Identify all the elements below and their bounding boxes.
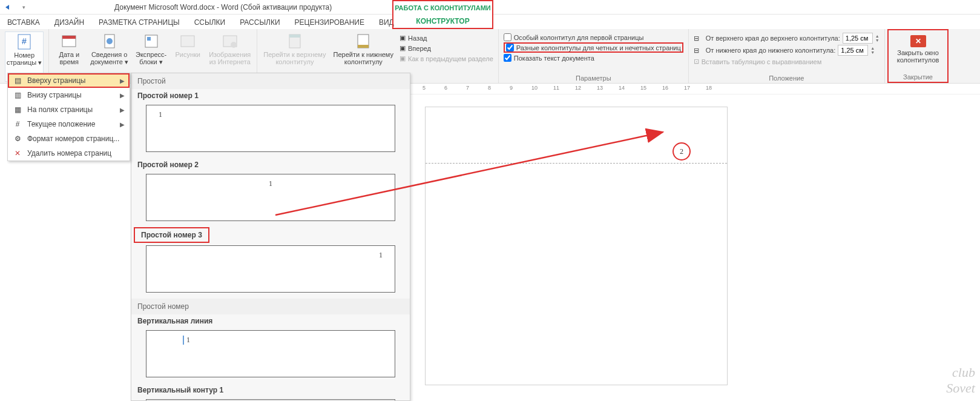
chevron-right-icon: ▶	[120, 78, 125, 84]
page-number-display: 2	[680, 147, 683, 156]
horizontal-ruler[interactable]: 5 6 7 8 9 10 11 12 13 14 15 16 17 18	[410, 84, 980, 94]
undo-icon[interactable]	[2, 1, 14, 13]
footer-from-bottom-row: ⊟ От нижнего края до нижнего колонтитула…	[694, 45, 880, 56]
gallery-item-simple-2[interactable]: 1	[146, 174, 395, 221]
ruler-tick: 9	[510, 85, 513, 91]
page-top-icon: ▤	[13, 76, 22, 85]
gallery-item-vertical-line[interactable]: 1	[146, 330, 395, 377]
picture-icon	[178, 33, 197, 50]
ribbon-group-close: ✕ Закрыть окно колонтитулов Закрытие	[887, 29, 949, 83]
ruler-tick: 8	[488, 85, 491, 91]
gallery-item-simple-1[interactable]: 1	[146, 105, 395, 152]
position-group-label: Положение	[694, 73, 880, 82]
different-odd-even-checkbox[interactable]: Разные колонтитулы для четных и нечетных…	[504, 42, 683, 53]
page-number-dropdown: ▤ Вверху страницы ▶ ▥ Внизу страницы ▶ ▦…	[7, 73, 130, 161]
menu-item-current-position[interactable]: # Текущее положение ▶	[8, 117, 130, 131]
gallery-item-simple-3-label: Простой номер 3	[134, 227, 209, 243]
ruler-tick: 10	[531, 85, 538, 91]
gallery-item-vertical-outline[interactable]: —	[146, 399, 395, 400]
next-icon: ▣	[400, 44, 406, 52]
show-document-text-checkbox[interactable]: Показать текст документа	[504, 53, 683, 62]
tab-references[interactable]: ССЫЛКИ	[187, 16, 232, 29]
page-number-gallery: Простой Простой номер 1 1 Простой номер …	[131, 73, 410, 401]
nav-next-label: Вперед	[408, 45, 431, 52]
pictures-label: Рисунки	[175, 51, 200, 58]
nav-next-button[interactable]: ▣ Вперед	[400, 44, 493, 53]
tab-icon: ⊡	[694, 58, 699, 65]
quick-parts-icon	[142, 33, 161, 50]
online-picture-icon	[220, 33, 240, 50]
close-header-footer-button[interactable]: ✕ Закрыть окно колонтитулов	[893, 33, 943, 72]
checkbox-icon[interactable]	[504, 54, 511, 62]
menu-item-format-page-numbers[interactable]: ⚙ Формат номеров страниц...	[8, 131, 130, 146]
contextual-tab-header-footer: РАБОТА С КОЛОНТИТУЛАМИ КОНСТРУКТОР	[392, 0, 493, 29]
document-page[interactable]: 2	[425, 107, 728, 385]
gallery-heading-simple: Простой	[131, 73, 410, 89]
goto-header-label: Перейти к верхнему колонтитулу	[263, 51, 326, 65]
insert-alignment-tab-button: ⊡ Вставить табуляцию с выравниванием	[694, 57, 880, 66]
menu-item-label: Внизу страницы	[27, 91, 82, 99]
header-from-top-input[interactable]	[843, 33, 873, 44]
footer-from-bottom-label: От нижнего края до нижнего колонтитула:	[706, 47, 835, 54]
calendar-icon	[59, 33, 79, 50]
contextual-tab-constructor[interactable]: КОНСТРУКТОР	[393, 15, 492, 28]
goto-header-icon	[285, 33, 304, 50]
ruler-tick: 15	[640, 85, 646, 91]
gallery-item-vertical-outline-label: Вертикальный контур 1	[131, 383, 410, 397]
contextual-tab-group-label: РАБОТА С КОЛОНТИТУЛАМИ	[393, 1, 492, 15]
svg-rect-8	[181, 36, 194, 47]
menu-item-label: На полях страницы	[27, 105, 93, 114]
gallery-item-simple-2-label: Простой номер 2	[131, 158, 410, 171]
tab-page-layout[interactable]: РАЗМЕТКА СТРАНИЦЫ	[91, 16, 187, 29]
ruler-tick: 5	[423, 85, 426, 91]
tab-insert[interactable]: ВСТАВКА	[0, 16, 47, 29]
link-icon: ▣	[400, 55, 406, 62]
spinner-up-icon[interactable]: ▲	[870, 46, 875, 50]
header-from-top-row: ⊟ От верхнего края до верхнего колонтиту…	[694, 33, 880, 44]
gallery-item-simple-3[interactable]: 1	[146, 245, 395, 293]
tab-review[interactable]: РЕЦЕНЗИРОВАНИЕ	[288, 16, 372, 29]
previous-icon: ▣	[400, 34, 406, 42]
menu-item-top-of-page[interactable]: ▤ Вверху страницы ▶	[8, 73, 130, 88]
document-area: 5 6 7 8 9 10 11 12 13 14 15 16 17 18 2	[410, 84, 980, 401]
svg-rect-3	[62, 36, 76, 39]
gallery-scroll[interactable]: Простой Простой номер 1 1 Простой номер …	[131, 73, 410, 400]
checkbox-icon[interactable]	[504, 33, 511, 41]
ruler-tick: 7	[466, 85, 469, 91]
quick-access-toolbar: ▾	[0, 1, 30, 13]
gallery-heading-simple-number: Простой номер	[131, 299, 410, 314]
nav-previous-button[interactable]: ▣ Назад	[400, 33, 493, 42]
footer-from-bottom-input[interactable]	[838, 45, 868, 56]
chevron-right-icon: ▶	[120, 92, 125, 99]
goto-footer-icon	[354, 33, 373, 50]
online-pictures-label: Изображения из Интернета	[209, 51, 251, 65]
menu-item-page-margins[interactable]: ▦ На полях страницы ▶	[8, 102, 130, 117]
different-first-page-checkbox[interactable]: Особый колонтитул для первой страницы	[504, 33, 683, 42]
header-from-top-label: От верхнего края до верхнего колонтитула…	[706, 35, 840, 42]
page-bottom-icon: ▥	[13, 90, 22, 100]
options-group-label: Параметры	[504, 73, 683, 82]
menu-item-remove-page-numbers[interactable]: ✕ Удалить номера страниц	[8, 146, 130, 161]
document-info-icon	[100, 33, 119, 50]
page-number-icon: #	[15, 33, 34, 50]
quickparts-label: Экспресс- блоки ▾	[136, 51, 166, 66]
tab-mailings[interactable]: РАССЫЛКИ	[232, 16, 287, 29]
header-margin-icon: ⊟	[694, 35, 703, 42]
tab-design[interactable]: ДИЗАЙН	[47, 16, 91, 29]
ribbon-group-options: Особый колонтитул для первой страницы Ра…	[499, 29, 689, 83]
insert-alignment-tab-label: Вставить табуляцию с выравниванием	[702, 58, 822, 65]
checkbox-icon[interactable]	[506, 44, 514, 51]
datetime-label: Дата и время	[59, 51, 79, 65]
spinner-down-icon[interactable]: ▼	[870, 50, 875, 55]
svg-point-10	[231, 42, 237, 48]
ribbon-group-position: ⊟ От верхнего края до верхнего колонтиту…	[689, 29, 885, 83]
page-number-label: Номер страницы ▾	[7, 51, 42, 67]
menu-item-bottom-of-page[interactable]: ▥ Внизу страницы ▶	[8, 88, 130, 102]
spinner-up-icon[interactable]: ▲	[875, 34, 880, 38]
svg-rect-14	[358, 45, 369, 48]
goto-footer-label: Перейти к нижнему колонтитулу	[334, 51, 393, 65]
spinner-down-icon[interactable]: ▼	[875, 38, 880, 42]
ruler-tick: 11	[553, 85, 559, 91]
footer-margin-icon: ⊟	[694, 47, 703, 55]
qat-more-icon[interactable]: ▾	[18, 1, 30, 13]
